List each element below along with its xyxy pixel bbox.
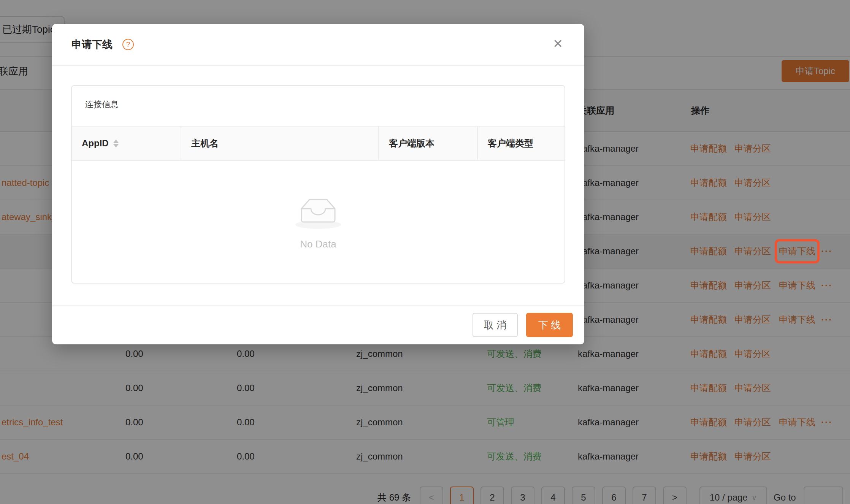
screen: 已过期Topic 关联应用 申请Topic 关联应用操作 kafka-manag…	[0, 0, 850, 504]
conn-column-header-client-type: 客户端类型	[478, 127, 565, 160]
conn-column-label: 主机名	[191, 137, 219, 149]
connection-table-header: AppID主机名客户端版本客户端类型	[72, 126, 565, 161]
empty-box-icon	[293, 193, 343, 230]
offline-confirm-button[interactable]: 下 线	[526, 313, 573, 337]
empty-state: No Data	[72, 161, 565, 282]
cancel-button[interactable]: 取 消	[473, 313, 518, 337]
conn-column-label: 客户端版本	[389, 137, 435, 149]
help-icon[interactable]: ?	[122, 39, 134, 50]
conn-column-header-hostname: 主机名	[181, 127, 379, 160]
sort-carets-icon[interactable]	[113, 139, 119, 147]
apply-offline-modal: 申请下线 ? ✕ 连接信息 AppID主机名客户端版本客户端类型 No Data…	[52, 24, 584, 344]
conn-column-label: 客户端类型	[488, 137, 533, 149]
connection-info-card: 连接信息 AppID主机名客户端版本客户端类型 No Data	[71, 85, 565, 284]
conn-column-header-appid[interactable]: AppID	[72, 127, 181, 160]
modal-header: 申请下线 ? ✕	[52, 24, 584, 66]
modal-title: 申请下线	[71, 38, 113, 51]
connection-info-title: 连接信息	[85, 99, 119, 110]
modal-footer: 取 消 下 线	[52, 305, 584, 344]
empty-text: No Data	[300, 238, 336, 250]
close-icon[interactable]: ✕	[553, 38, 563, 50]
conn-column-header-client-version: 客户端版本	[379, 127, 478, 160]
conn-column-label: AppID	[82, 138, 109, 149]
